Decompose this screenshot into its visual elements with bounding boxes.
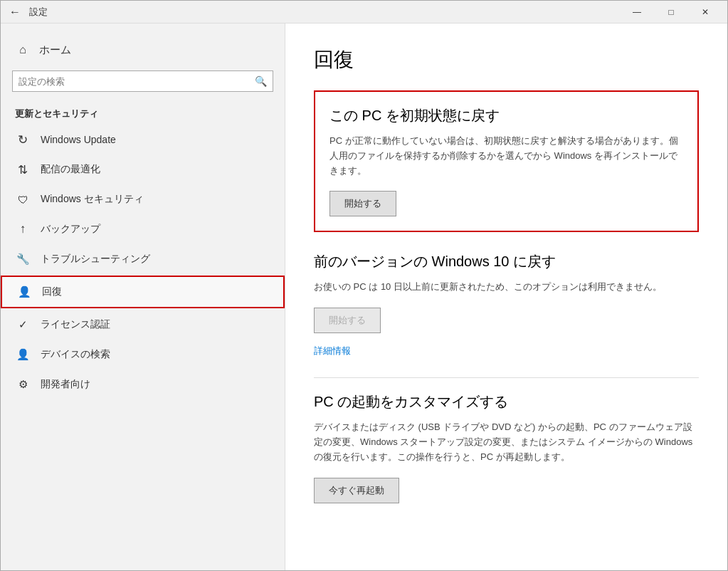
search-icon: 🔍: [255, 75, 267, 87]
titlebar: ← 設定 — □ ✕: [1, 1, 727, 23]
sidebar-item-recovery[interactable]: 👤 回復: [2, 277, 283, 307]
prev-version-button[interactable]: 開始する: [314, 308, 381, 333]
sidebar-item-home[interactable]: ⌂ ホーム: [1, 35, 285, 65]
sidebar-item-label: Windows Update: [41, 134, 116, 145]
prev-version-desc: お使いの PC は 10 日以上前に更新されたため、このオプションは利用できませ…: [314, 280, 699, 295]
device-find-icon: 👤: [15, 347, 31, 362]
prev-version-section: 前のバージョンの Windows 10 に戻す お使いの PC は 10 日以上…: [314, 252, 699, 357]
settings-window: ← 設定 — □ ✕ ⌂ ホーム 🔍 更新とセキュリティ ↻: [0, 0, 728, 571]
windows-update-icon: ↻: [15, 132, 31, 147]
sidebar-item-license[interactable]: ✓ ライセンス認証: [1, 310, 285, 340]
startup-title: PC の起動をカスタマイズする: [314, 392, 699, 412]
sidebar-item-backup[interactable]: ↑ バックアップ: [1, 214, 285, 244]
sidebar-item-windows-update[interactable]: ↻ Windows Update: [1, 125, 285, 154]
close-button[interactable]: ✕: [689, 1, 722, 23]
license-icon: ✓: [15, 317, 31, 332]
main-content: ⌂ ホーム 🔍 更新とセキュリティ ↻ Windows Update ⇅ 配信の…: [1, 23, 727, 570]
delivery-icon: ⇅: [15, 162, 31, 177]
sidebar-item-developer[interactable]: ⚙ 開発者向け: [1, 370, 285, 399]
developer-icon: ⚙: [15, 377, 31, 392]
sidebar-item-label: デバイスの検索: [41, 348, 110, 361]
troubleshoot-icon: 🔧: [15, 251, 31, 267]
sidebar-item-security[interactable]: 🛡 Windows セキュリティ: [1, 184, 285, 214]
sidebar-search-box[interactable]: 🔍: [12, 70, 273, 92]
titlebar-title: 設定: [29, 6, 48, 19]
sidebar: ⌂ ホーム 🔍 更新とセキュリティ ↻ Windows Update ⇅ 配信の…: [1, 23, 285, 570]
sidebar-item-label: トラブルシューティング: [41, 253, 150, 266]
startup-section: PC の起動をカスタマイズする デバイスまたはディスク (USB ドライブや D…: [314, 392, 699, 503]
sidebar-item-label: 配信の最適化: [41, 163, 100, 176]
window-controls: — □ ✕: [621, 1, 722, 23]
security-icon: 🛡: [15, 192, 31, 207]
back-button[interactable]: ←: [6, 4, 23, 21]
home-icon: ⌂: [15, 42, 31, 58]
backup-icon: ↑: [15, 221, 31, 237]
sidebar-item-recovery-wrapper: 👤 回復: [1, 276, 285, 308]
sidebar-item-label: 開発者向け: [41, 378, 90, 391]
recovery-icon: 👤: [16, 284, 32, 300]
reset-pc-button[interactable]: 開始する: [329, 191, 396, 216]
sidebar-item-troubleshoot[interactable]: 🔧 トラブルシューティング: [1, 244, 285, 274]
sidebar-item-device-find[interactable]: 👤 デバイスの検索: [1, 340, 285, 370]
reset-pc-title: この PC を初期状態に戻す: [329, 106, 683, 125]
sidebar-item-label: バックアップ: [41, 223, 100, 236]
sidebar-item-label: 回復: [42, 286, 62, 298]
sidebar-section-title: 更新とセキュリティ: [1, 100, 285, 125]
prev-version-title: 前のバージョンの Windows 10 に戻す: [314, 252, 699, 271]
minimize-button[interactable]: —: [621, 1, 653, 23]
sidebar-home-label: ホーム: [39, 43, 71, 57]
maximize-button[interactable]: □: [655, 1, 687, 23]
reset-pc-desc: PC が正常に動作していない場合は、初期状態に戻すと解決する場合があります。個人…: [329, 134, 683, 178]
page-title: 回復: [314, 46, 699, 73]
startup-desc: デバイスまたはディスク (USB ドライブや DVD など) からの起動、PC …: [314, 420, 699, 464]
restart-now-button[interactable]: 今すぐ再起動: [314, 478, 399, 503]
content-panel: 回復 この PC を初期状態に戻す PC が正常に動作していない場合は、初期状態…: [285, 23, 727, 570]
section-divider: [314, 377, 699, 378]
details-link[interactable]: 詳細情報: [314, 345, 351, 356]
sidebar-item-delivery[interactable]: ⇅ 配信の最適化: [1, 154, 285, 184]
search-input[interactable]: [19, 76, 250, 87]
sidebar-item-label: Windows セキュリティ: [41, 193, 144, 206]
reset-pc-section: この PC を初期状態に戻す PC が正常に動作していない場合は、初期状態に戻す…: [314, 90, 699, 232]
sidebar-item-label: ライセンス認証: [41, 318, 110, 331]
